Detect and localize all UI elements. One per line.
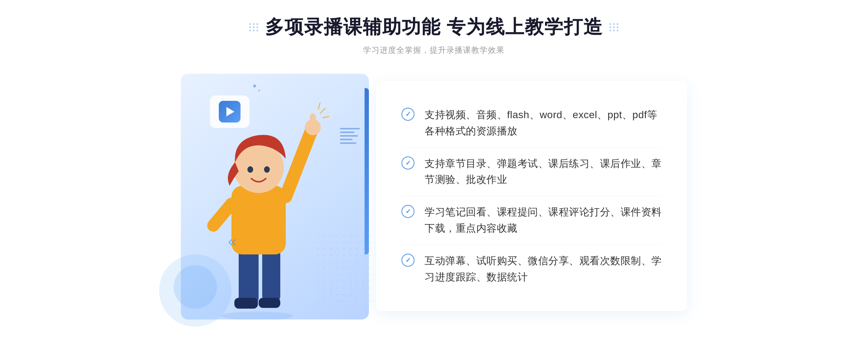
illustration-container: «: [181, 70, 391, 322]
feature-item-1: ✓支持视频、音频、flash、word、excel、ppt、pdf等各种格式的资…: [401, 99, 662, 148]
svg-point-12: [264, 166, 270, 173]
svg-line-15: [318, 103, 320, 109]
check-icon-1: ✓: [401, 108, 414, 121]
svg-line-14: [323, 116, 329, 118]
right-dots-decoration: [609, 23, 619, 31]
features-panel: ✓支持视频、音频、flash、word、excel、ppt、pdf等各种格式的资…: [376, 81, 687, 311]
person-illustration: [192, 103, 329, 319]
page-title: 多项录播课辅助功能 专为线上教学打造: [265, 14, 603, 40]
blue-accent-bar: [365, 88, 369, 254]
svg-line-7: [213, 204, 231, 226]
sparkle-dot-small: [258, 90, 260, 91]
checkmark-1: ✓: [405, 111, 411, 117]
svg-rect-5: [231, 186, 286, 254]
feature-item-2: ✓支持章节目录、弹题考试、课后练习、课后作业、章节测验、批改作业: [401, 148, 662, 197]
feature-text-2: 支持章节目录、弹题考试、课后练习、课后作业、章节测验、批改作业: [425, 156, 662, 188]
title-row: 多项录播课辅助功能 专为线上教学打造: [249, 14, 619, 40]
svg-point-0: [221, 312, 293, 319]
feature-text-4: 互动弹幕、试听购买、微信分享、观看次数限制、学习进度跟踪、数据统计: [425, 253, 662, 286]
svg-rect-1: [239, 247, 259, 305]
svg-line-6: [286, 132, 311, 197]
left-chevron-icon: «: [228, 233, 236, 250]
sparkle-dot-large: [253, 85, 256, 87]
check-icon-4: ✓: [401, 254, 414, 267]
header-section: 多项录播课辅助功能 专为线上教学打造 学习进度全掌握，提升录播课教学效果: [249, 14, 619, 56]
left-dots-decoration: [249, 23, 259, 31]
feature-item-3: ✓学习笔记回看、课程提问、课程评论打分、课件资料下载，重点内容收藏: [401, 196, 662, 245]
check-icon-3: ✓: [401, 205, 414, 218]
svg-rect-3: [234, 298, 258, 309]
svg-rect-4: [259, 298, 280, 308]
feature-item-4: ✓互动弹幕、试听购买、微信分享、观看次数限制、学习进度跟踪、数据统计: [401, 245, 662, 293]
checkmark-2: ✓: [405, 160, 411, 166]
feature-text-1: 支持视频、音频、flash、word、excel、ppt、pdf等各种格式的资源…: [425, 107, 662, 139]
illustration-bg: [181, 74, 369, 319]
svg-line-13: [320, 108, 326, 113]
sparkle-decoration: [253, 85, 260, 91]
content-area: « ✓支持视频、音频、flash、word、excel、ppt、pdf等各种格式…: [181, 70, 687, 322]
feature-text-3: 学习笔记回看、课程提问、课程评论打分、课件资料下载，重点内容收藏: [425, 204, 662, 237]
stripe-decoration: [340, 128, 362, 157]
svg-point-11: [247, 166, 253, 173]
check-icon-2: ✓: [401, 156, 414, 169]
checkmark-3: ✓: [405, 208, 411, 215]
page-subtitle: 学习进度全掌握，提升录播课教学效果: [363, 45, 505, 56]
svg-rect-2: [262, 247, 280, 303]
checkmark-4: ✓: [405, 257, 411, 263]
svg-rect-9: [310, 113, 316, 128]
